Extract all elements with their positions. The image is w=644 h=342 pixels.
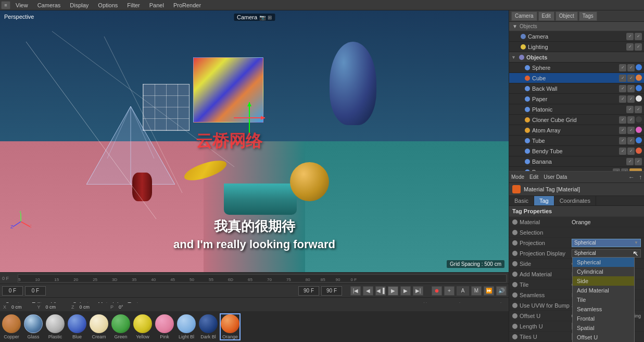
obj-render-paper[interactable]: ✓ [627, 95, 635, 103]
obj-vis-atom[interactable]: ✓ [619, 127, 626, 134]
mat-green[interactable]: Green [111, 314, 130, 339]
mat-orange[interactable]: Orange [221, 314, 239, 339]
obj-vis-banana1[interactable]: ✓ [626, 158, 634, 165]
dd-opt-spatial[interactable]: Spatial [573, 323, 634, 333]
mat-ball-cream[interactable] [90, 314, 108, 333]
obj-vis-cloner[interactable]: ✓ [619, 116, 626, 124]
animate-btn[interactable]: ⏩ [484, 286, 494, 296]
auto-key-btn[interactable]: A [457, 286, 469, 296]
dd-opt-spherical[interactable]: Spherical [573, 258, 634, 267]
viewport[interactable]: Perspective Camera 📷 ⊞ 云桥网络 我真的很期待 and I… [0, 10, 509, 272]
mat-yellow[interactable]: Yellow [133, 314, 152, 339]
obj-render-cloner[interactable]: ✓ [627, 116, 635, 124]
current-frame-input[interactable] [25, 286, 46, 296]
obj-vis-cube[interactable]: ✓ [619, 75, 626, 82]
obj-atom[interactable]: Atom Array ✓ ✓ [509, 125, 644, 136]
dd-opt-add[interactable]: Add Material [573, 286, 634, 295]
obj-sphere[interactable]: Sphere ✓ ✓ [509, 63, 644, 73]
menu-display[interactable]: Display [66, 0, 93, 11]
rp-btn-edit[interactable]: Edit [538, 11, 554, 21]
mat-cream[interactable]: Cream [90, 314, 108, 339]
menu-panel[interactable]: Panel [145, 0, 168, 11]
obj-vis-sphere[interactable]: ✓ [619, 64, 626, 71]
obj-lighting[interactable]: Lighting ✓ ✓ [509, 42, 644, 52]
obj-objects-group[interactable]: ▼ Objects [509, 52, 644, 63]
obj-cube[interactable]: Cube ✓ ✓ [509, 73, 644, 83]
mat-ball-yellow[interactable] [133, 314, 152, 333]
mat-ball-orange[interactable] [221, 314, 239, 333]
mat-ball-copper[interactable] [2, 314, 21, 333]
obj-render-sphere[interactable]: ✓ [627, 64, 635, 71]
projdisplay-dropdown[interactable]: Spherical Cylindrical Side Add Material … [572, 257, 635, 343]
obj-render-atom[interactable]: ✓ [627, 127, 635, 134]
menu-filter[interactable]: Filter [123, 0, 144, 11]
prop-value-projection[interactable]: Spherical ▼ [572, 239, 641, 247]
mat-ball-pink[interactable] [155, 314, 174, 333]
obj-group-arrow[interactable]: ▼ [511, 55, 516, 60]
obj-render-platonic[interactable]: ✓ [635, 106, 642, 113]
toolbar-btn-1[interactable]: ≡ [1, 1, 10, 9]
menu-cameras[interactable]: Cameras [33, 0, 65, 11]
tab-basic[interactable]: Basic [509, 196, 534, 205]
mat-copper[interactable]: Copper [2, 314, 21, 339]
mat-glass[interactable]: Glass [24, 314, 43, 339]
frame-end-1[interactable] [298, 286, 319, 296]
obj-camera[interactable]: Camera ✓ ✓ [509, 31, 644, 42]
obj-paper[interactable]: Paper ✓ ✓ [509, 94, 644, 104]
frame-end-2[interactable] [321, 286, 342, 296]
obj-render-bendy[interactable]: ✓ [627, 148, 635, 155]
prop-value-material[interactable]: Orange [572, 219, 641, 225]
props-edit[interactable]: Edit [529, 174, 538, 180]
tab-tag[interactable]: Tag [534, 196, 554, 205]
obj-group-expand[interactable]: ▼ [512, 23, 517, 29]
step-fwd-btn[interactable]: ▶ [400, 286, 411, 296]
menu-prorender[interactable]: ProRender [169, 0, 205, 11]
obj-vis-backwall[interactable]: ✓ [619, 85, 626, 92]
obj-banana1[interactable]: Banana ✓ ✓ [509, 156, 644, 167]
rp-btn-object[interactable]: Object [555, 11, 578, 21]
up-arrow-icon[interactable]: ↑ [639, 174, 642, 181]
play-back-btn[interactable]: ◀▐ [375, 286, 386, 296]
obj-tube[interactable]: Tube ✓ ✓ [509, 136, 644, 146]
mat-darkblue[interactable]: Dark Bl [199, 314, 218, 339]
obj-platonic[interactable]: Platonic ✓ ✓ [509, 104, 644, 115]
obj-render-tube[interactable]: ✓ [627, 137, 635, 144]
obj-vis-lighting[interactable]: ✓ [626, 43, 634, 51]
dd-opt-offset[interactable]: Offset U [573, 333, 634, 342]
obj-vis-paper[interactable]: ✓ [619, 95, 626, 103]
sound-btn[interactable]: 🔊 [496, 286, 507, 296]
step-back-btn[interactable]: ◀ [363, 286, 373, 296]
timeline-track[interactable]: 5 10 15 20 25 3D 35 40 45 50 55 6D [18, 274, 507, 283]
mat-ball-glass[interactable] [24, 314, 43, 333]
rp-btn-camera[interactable]: Camera [511, 11, 537, 21]
obj-vis-platonic[interactable]: ✓ [626, 106, 634, 113]
goto-start-btn[interactable]: |◀ [350, 286, 361, 296]
mat-ball-blue[interactable] [68, 314, 86, 333]
props-userdata[interactable]: User Data [544, 174, 567, 180]
mat-plastic[interactable]: Plastic [46, 314, 65, 339]
obj-backwall[interactable]: Back Wall ✓ ✓ [509, 83, 644, 94]
mat-lightblue[interactable]: Light Bl [177, 314, 196, 339]
mat-ball-plastic[interactable] [46, 314, 65, 333]
dd-opt-seamless[interactable]: Seamless [573, 304, 634, 314]
back-arrow-icon[interactable]: ← [628, 174, 635, 181]
obj-cloner[interactable]: Cloner Cube Grid ✓ ✓ [509, 115, 644, 125]
obj-bendy-tube[interactable]: Bendy Tube ✓ ✓ [509, 146, 644, 156]
obj-banana2[interactable]: Banana ✓ ✓ [509, 167, 644, 171]
mat-ball-green[interactable] [111, 314, 130, 333]
tab-coordinates[interactable]: Coordinates [554, 196, 596, 205]
menu-view[interactable]: View [11, 0, 32, 11]
mat-ball-darkblue[interactable] [199, 314, 218, 333]
obj-vis-bendy[interactable]: ✓ [619, 148, 626, 155]
motion-btn[interactable]: M [471, 286, 482, 296]
dd-opt-cylindrical[interactable]: Cylindrical [573, 267, 634, 276]
obj-vis-tube[interactable]: ✓ [619, 137, 626, 144]
obj-render-lighting[interactable]: ✓ [635, 43, 642, 51]
menu-options[interactable]: Options [94, 0, 122, 11]
dd-opt-side[interactable]: Side [573, 276, 634, 286]
add-keyframe-btn[interactable]: + [444, 286, 454, 296]
mat-pink[interactable]: Pink [155, 314, 174, 339]
obj-render-backwall[interactable]: ✓ [627, 85, 635, 92]
timeline-ruler[interactable]: 0 F 5 10 15 20 25 3D 35 40 45 50 [2, 274, 507, 283]
record-btn[interactable]: ⏺ [432, 286, 442, 296]
